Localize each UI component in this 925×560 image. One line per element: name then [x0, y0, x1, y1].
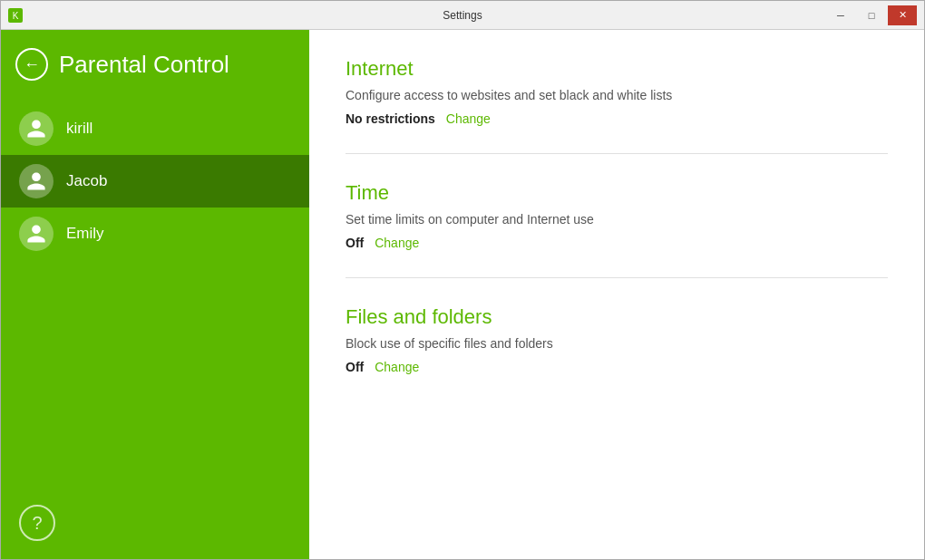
internet-section: Internet Configure access to websites an… — [346, 57, 888, 126]
internet-status: No restrictions — [346, 111, 435, 126]
back-button[interactable]: ← — [15, 48, 48, 81]
files-title: Files and folders — [346, 305, 888, 329]
sidebar-title: Parental Control — [59, 51, 229, 79]
right-panel: Internet Configure access to websites an… — [309, 30, 924, 559]
user-name-jacob: Jacob — [66, 172, 107, 190]
time-status: Off — [346, 236, 364, 250]
user-name-kirill: kirill — [66, 120, 92, 138]
app-icon: K — [8, 8, 23, 23]
help-button[interactable]: ? — [19, 505, 55, 541]
title-bar: K Settings ─ □ ✕ — [1, 1, 924, 30]
files-description: Block use of specific files and folders — [346, 336, 888, 351]
files-status: Off — [346, 360, 364, 374]
close-button[interactable]: ✕ — [888, 5, 917, 25]
user-icon-jacob — [25, 170, 47, 192]
files-status-row: Off Change — [346, 360, 888, 374]
sidebar-header: ← Parental Control — [1, 30, 309, 99]
back-icon: ← — [24, 55, 40, 74]
user-list: kirill Jacob — [1, 99, 309, 487]
help-area: ? — [1, 487, 309, 559]
files-section: Files and folders Block use of specific … — [346, 305, 888, 374]
main-content: ← Parental Control kirill — [1, 30, 924, 559]
window-title: Settings — [443, 9, 482, 22]
user-item-kirill[interactable]: kirill — [1, 102, 309, 155]
avatar-jacob — [19, 164, 54, 198]
user-item-emily[interactable]: Emily — [1, 208, 309, 260]
divider-2 — [346, 277, 888, 278]
time-description: Set time limits on computer and Internet… — [346, 212, 888, 227]
internet-status-row: No restrictions Change — [346, 111, 888, 126]
time-title: Time — [346, 181, 888, 205]
avatar-kirill — [19, 111, 54, 146]
svg-text:K: K — [13, 11, 19, 21]
user-name-emily: Emily — [66, 225, 104, 243]
time-change-link[interactable]: Change — [375, 236, 419, 250]
title-bar-left: K — [8, 8, 23, 23]
user-icon-emily — [25, 223, 47, 245]
files-change-link[interactable]: Change — [375, 360, 419, 374]
user-icon-kirill — [25, 118, 47, 140]
window-controls: ─ □ ✕ — [826, 5, 917, 25]
internet-title: Internet — [346, 57, 888, 81]
time-status-row: Off Change — [346, 236, 888, 250]
user-item-jacob[interactable]: Jacob — [1, 155, 309, 208]
sidebar: ← Parental Control kirill — [1, 30, 309, 559]
avatar-emily — [19, 217, 54, 251]
divider-1 — [346, 153, 888, 154]
time-section: Time Set time limits on computer and Int… — [346, 181, 888, 250]
internet-description: Configure access to websites and set bla… — [346, 88, 888, 102]
minimize-button[interactable]: ─ — [826, 5, 855, 25]
settings-window: K Settings ─ □ ✕ ← Parental Control — [0, 0, 925, 560]
restore-button[interactable]: □ — [857, 5, 886, 25]
internet-change-link[interactable]: Change — [446, 111, 491, 126]
